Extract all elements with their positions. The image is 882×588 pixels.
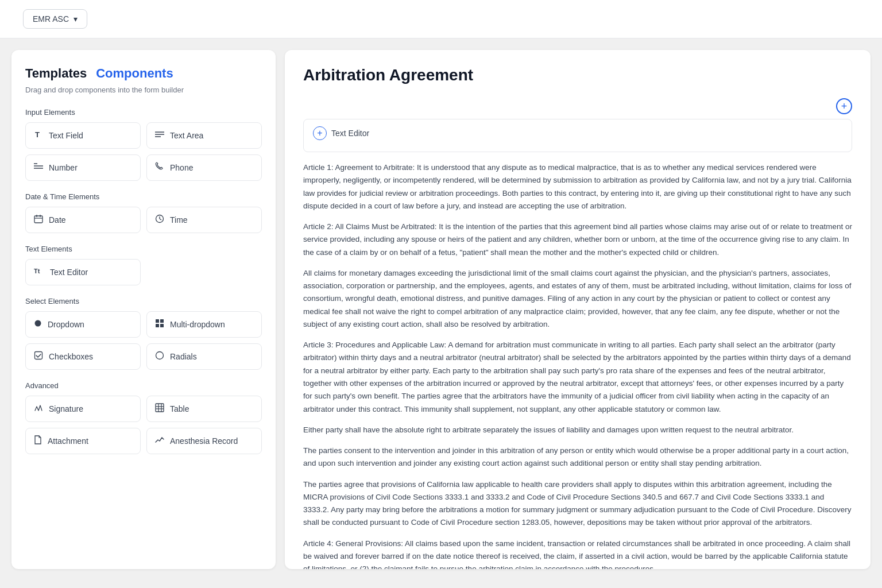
section-text-elements: Text Elements	[25, 245, 262, 253]
component-phone[interactable]: Phone	[146, 154, 262, 181]
components-tab[interactable]: Components	[96, 66, 173, 81]
sidebar-header: Templates Components	[25, 66, 262, 81]
number-icon	[34, 163, 43, 173]
component-table[interactable]: Table	[146, 396, 262, 422]
component-multi-dropdown[interactable]: Multi-dropdown	[146, 311, 262, 338]
component-text-editor[interactable]: Tt Text Editor	[25, 259, 141, 285]
svg-line-13	[160, 219, 161, 220]
component-signature[interactable]: Signature	[25, 396, 141, 422]
number-label: Number	[49, 163, 78, 172]
datetime-grid: Date Time	[25, 207, 262, 233]
text-editor-icon: Tt	[34, 266, 44, 278]
text-editor-add-button[interactable]: +	[313, 126, 327, 140]
checkboxes-icon	[34, 351, 43, 362]
time-label: Time	[170, 215, 188, 225]
section-input-elements: Input Elements	[25, 108, 262, 117]
emr-selector[interactable]: EMR ASC ▾	[23, 9, 87, 29]
document-title: Arbitration Agreement	[303, 66, 852, 84]
date-label: Date	[49, 215, 66, 225]
section-select-elements: Select Elements	[25, 297, 262, 305]
checkboxes-label: Checkboxes	[49, 352, 93, 361]
section-advanced: Advanced	[25, 381, 262, 390]
svg-point-21	[156, 352, 164, 359]
paragraph-6: The parties consent to the intervention …	[303, 444, 852, 470]
component-radials[interactable]: Radials	[146, 343, 262, 370]
component-dropdown[interactable]: Dropdown	[25, 311, 141, 338]
add-block-top: +	[303, 98, 852, 114]
sidebar: Templates Components Drag and drop compo…	[11, 50, 276, 569]
add-block-top-button[interactable]: +	[836, 98, 852, 114]
radials-icon	[155, 351, 164, 362]
svg-point-15	[35, 320, 41, 327]
dropdown-icon	[34, 319, 42, 330]
text-field-icon: T	[34, 130, 43, 141]
table-icon	[155, 403, 164, 415]
text-editor-sidebar-label: Text Editor	[50, 268, 88, 277]
paragraph-5: Either party shall have the absolute rig…	[303, 424, 852, 436]
table-label: Table	[170, 404, 189, 413]
attachment-label: Attachment	[48, 436, 88, 446]
text-elements-grid: Tt Text Editor	[25, 259, 262, 285]
time-icon	[155, 214, 164, 226]
text-area-label: Text Area	[170, 131, 203, 140]
component-time[interactable]: Time	[146, 207, 262, 233]
component-number[interactable]: Number	[25, 154, 141, 181]
text-area-icon	[155, 130, 164, 141]
svg-rect-16	[156, 319, 159, 323]
paragraph-7: The parties agree that provisions of Cal…	[303, 478, 852, 529]
component-anesthesia-record[interactable]: Anesthesia Record	[146, 428, 262, 454]
svg-rect-7	[34, 216, 42, 223]
component-checkboxes[interactable]: Checkboxes	[25, 343, 141, 370]
emr-selector-label: EMR ASC	[33, 14, 69, 24]
svg-text:Tt: Tt	[34, 268, 40, 274]
svg-text:T: T	[35, 130, 40, 139]
component-text-area[interactable]: Text Area	[146, 122, 262, 149]
phone-icon	[155, 162, 164, 173]
multi-dropdown-icon	[155, 319, 164, 330]
paragraph-2: Article 2: All Claims Must be Arbitrated…	[303, 220, 852, 259]
document-body: Article 1: Agreement to Arbitrate: It is…	[303, 161, 852, 569]
svg-rect-18	[156, 324, 159, 327]
radials-label: Radials	[170, 352, 197, 361]
component-date[interactable]: Date	[25, 207, 141, 233]
svg-rect-17	[160, 319, 164, 323]
svg-rect-19	[160, 324, 164, 327]
multi-dropdown-label: Multi-dropdown	[170, 320, 225, 329]
paragraph-4: Article 3: Procedures and Applicable Law…	[303, 339, 852, 416]
dropdown-label: Dropdown	[48, 320, 84, 329]
templates-tab[interactable]: Templates	[25, 66, 87, 81]
paragraph-1: Article 1: Agreement to Arbitrate: It is…	[303, 161, 852, 212]
select-elements-grid: Dropdown Multi-dropdown	[25, 311, 262, 370]
text-editor-block: + Text Editor	[303, 119, 852, 152]
attachment-icon	[34, 435, 42, 447]
text-editor-block-label: Text Editor	[331, 129, 369, 138]
component-attachment[interactable]: Attachment	[25, 428, 141, 454]
signature-icon	[34, 403, 43, 415]
input-elements-grid: T Text Field Text Area	[25, 122, 262, 181]
text-field-label: Text Field	[49, 131, 83, 140]
paragraph-8: Article 4: General Provisions: All claim…	[303, 537, 852, 569]
svg-rect-22	[156, 404, 164, 412]
signature-label: Signature	[49, 404, 83, 413]
anesthesia-record-icon	[155, 435, 164, 447]
sidebar-subtitle: Drag and drop components into the form b…	[25, 86, 262, 94]
chevron-down-icon: ▾	[74, 14, 78, 24]
component-text-field[interactable]: T Text Field	[25, 122, 141, 149]
anesthesia-record-label: Anesthesia Record	[170, 436, 238, 446]
advanced-grid: Signature Table	[25, 396, 262, 454]
text-editor-header: + Text Editor	[313, 126, 842, 140]
section-datetime: Date & Time Elements	[25, 192, 262, 201]
date-icon	[34, 214, 43, 226]
content-area: Arbitration Agreement + + Text Editor Ar…	[285, 50, 871, 569]
paragraph-3: All claims for monetary damages exceedin…	[303, 267, 852, 331]
phone-label: Phone	[170, 163, 193, 172]
